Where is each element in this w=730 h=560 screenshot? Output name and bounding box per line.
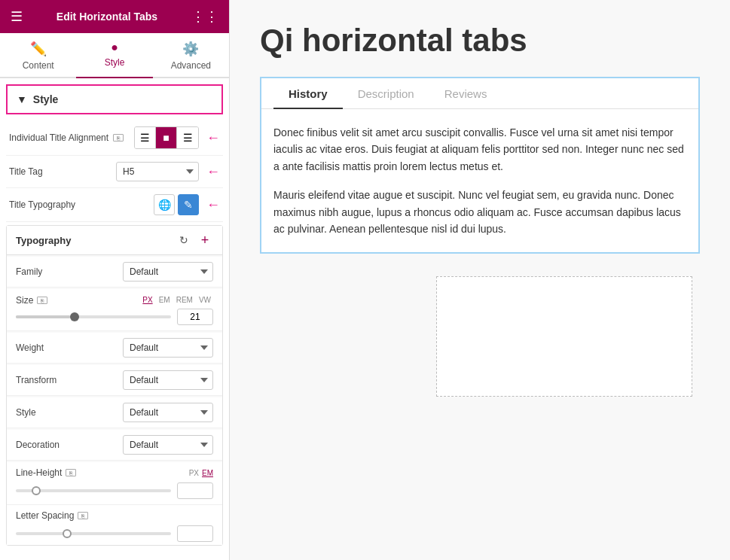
ls-slider-container [16, 525, 213, 542]
transform-control: Default [123, 370, 213, 390]
individual-title-alignment-row: Individual Title Alignment ⎘ ☰ ■ ☰ ← [6, 120, 223, 156]
size-responsive-icon[interactable]: ⎘ [37, 297, 47, 304]
typography-indicator-icon: ← [206, 197, 220, 213]
unit-em-button[interactable]: EM [157, 294, 173, 306]
dashed-placeholder-box [436, 276, 692, 397]
panel-header-title: Edit Horizontal Tabs [57, 11, 157, 23]
tab-content-label: Content [23, 60, 54, 71]
add-button[interactable]: + [197, 232, 213, 248]
decoration-label: Decoration [16, 440, 123, 450]
weight-control: Default [123, 338, 213, 358]
unit-vw-button[interactable]: VW [197, 294, 213, 306]
title-tag-label: Title Tag [9, 166, 116, 177]
grid-icon[interactable]: ⋮⋮ [191, 8, 218, 25]
tab-content[interactable]: ✏️ Content [0, 33, 76, 78]
size-slider-container: 21 [16, 309, 213, 325]
transform-select[interactable]: Default [123, 370, 213, 390]
alignment-indicator-icon: ← [206, 130, 220, 146]
content-icon: ✏️ [30, 41, 47, 57]
right-panel: Qi horizontal tabs History Description R… [230, 0, 730, 560]
panel-header: ☰ Edit Horizontal Tabs ⋮⋮ [0, 0, 229, 33]
unit-px-button[interactable]: PX [140, 294, 154, 306]
family-label: Family [16, 266, 123, 277]
lh-slider-thumb[interactable] [32, 486, 41, 495]
typography-panel-actions: ↻ + [176, 232, 213, 248]
left-panel: ☰ Edit Horizontal Tabs ⋮⋮ ✏️ Content ● S… [0, 0, 230, 560]
style-select[interactable]: Default [123, 403, 213, 422]
letter-spacing-label: Letter Spacing ⎘ [16, 510, 213, 521]
family-select[interactable]: Default [123, 262, 213, 282]
responsive-icon[interactable]: ⎘ [113, 134, 124, 142]
weight-row: Weight Default [7, 333, 222, 364]
typography-icons: 🌐 ✎ ← [154, 194, 220, 215]
hamburger-icon[interactable]: ☰ [11, 8, 23, 25]
size-slider-fill [16, 315, 70, 318]
title-tag-indicator-icon: ← [206, 164, 220, 180]
lh-unit-px[interactable]: PX [189, 469, 199, 477]
ls-slider-track[interactable] [16, 532, 171, 535]
lh-unit-em[interactable]: EM [202, 469, 213, 477]
tab-style[interactable]: ● Style [76, 33, 152, 78]
ls-value-input[interactable] [177, 525, 213, 542]
family-row: Family Default [7, 257, 222, 288]
alignment-control: ☰ ■ ☰ ← [134, 126, 220, 149]
lh-slider-track[interactable] [16, 489, 171, 492]
align-center-button[interactable]: ■ [156, 127, 177, 148]
transform-row: Transform Default [7, 365, 222, 396]
content-paragraph-1: Donec finibus velit sit amet arcu suscip… [273, 124, 686, 175]
title-tag-select[interactable]: H5 H1 H2 H3 H4 H6 [116, 162, 199, 181]
line-height-label-container: Line-Height ⎘ PX EM [16, 467, 213, 478]
align-buttons: ☰ ■ ☰ [134, 126, 199, 149]
unit-rem-button[interactable]: REM [174, 294, 195, 306]
size-unit-buttons: PX EM REM VW [140, 294, 213, 306]
pencil-button[interactable]: ✎ [178, 194, 199, 215]
tab-advanced-label: Advanced [171, 60, 211, 71]
decoration-row: Decoration Default [7, 430, 222, 461]
tabs-widget: History Description Reviews Donec finibu… [260, 77, 700, 254]
size-label: Size ⎘ [16, 295, 140, 306]
decoration-select[interactable]: Default [123, 435, 213, 455]
lh-responsive-icon[interactable]: ⎘ [66, 469, 76, 476]
family-control: Default [123, 262, 213, 282]
letter-spacing-row: Letter Spacing ⎘ [7, 505, 222, 545]
line-height-row: Line-Height ⎘ PX EM [7, 462, 222, 505]
align-right-button[interactable]: ☰ [177, 127, 198, 148]
style-section-header[interactable]: ▼ Style [6, 84, 223, 114]
individual-title-alignment-label: Individual Title Alignment ⎘ [9, 132, 134, 143]
ls-responsive-icon[interactable]: ⎘ [78, 512, 88, 519]
top-tabs: ✏️ Content ● Style ⚙️ Advanced [0, 33, 229, 78]
lh-slider-container [16, 482, 213, 499]
tabs-widget-header: History Description Reviews [261, 78, 698, 109]
style-label: Style [16, 407, 123, 418]
decoration-control: Default [123, 435, 213, 455]
ls-slider-thumb[interactable] [63, 529, 72, 538]
title-typography-label: Title Typography [9, 199, 154, 210]
weight-select[interactable]: Default [123, 338, 213, 358]
style-section-label: Style [33, 93, 58, 105]
tab-history[interactable]: History [273, 78, 343, 109]
globe-button[interactable]: 🌐 [154, 194, 175, 215]
section-arrow-icon: ▼ [17, 93, 27, 105]
content-paragraph-2: Mauris eleifend vitae augue et suscipit.… [273, 187, 686, 237]
weight-label: Weight [16, 342, 123, 353]
style-control: Default [123, 403, 213, 422]
typography-panel-header: Typography ↻ + [7, 226, 222, 255]
size-slider-thumb[interactable] [70, 312, 79, 321]
size-slider-track[interactable] [16, 315, 171, 318]
transform-label: Transform [16, 375, 123, 385]
line-height-label: Line-Height ⎘ [16, 467, 76, 478]
tab-description[interactable]: Description [343, 78, 429, 109]
tab-advanced[interactable]: ⚙️ Advanced [153, 33, 229, 78]
align-left-button[interactable]: ☰ [135, 127, 156, 148]
title-tag-row: Title Tag H5 H1 H2 H3 H4 H6 ← [6, 156, 223, 188]
title-tag-control: H5 H1 H2 H3 H4 H6 ← [116, 162, 220, 181]
tabs-content: Donec finibus velit sit amet arcu suscip… [261, 109, 698, 252]
size-value-input[interactable]: 21 [177, 309, 213, 325]
typography-panel-title: Typography [16, 235, 71, 246]
style-icon: ● [111, 41, 118, 54]
tab-reviews[interactable]: Reviews [429, 78, 502, 109]
reset-button[interactable]: ↻ [176, 232, 192, 248]
typography-panel: Typography ↻ + Family Default [6, 225, 223, 546]
style-row: Style Default [7, 397, 222, 428]
lh-value-input[interactable] [177, 482, 213, 499]
